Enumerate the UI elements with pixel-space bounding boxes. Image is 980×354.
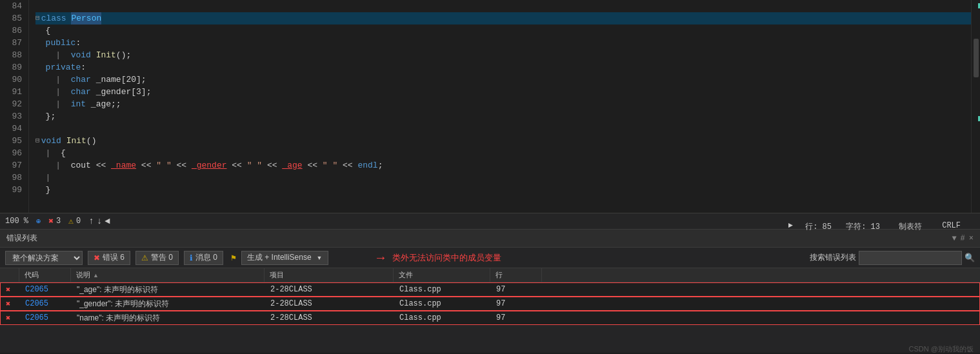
search-icon[interactable]: 🔍 xyxy=(965,253,975,263)
panel-header: 错误列表 ▼ # × xyxy=(0,230,980,248)
search-error-input[interactable] xyxy=(859,251,962,265)
editor-status-bar: 100 % ⊕ ✖ 3 ⚠ 0 ↑ ↓ ◄ ► 行: 85 字符: 13 制表符… xyxy=(0,213,980,229)
code-line-98: | xyxy=(35,172,971,184)
code-editor: 84 85 86 87 88 89 90 91 92 93 94 95 96 9… xyxy=(0,0,980,213)
row2-line: 97 xyxy=(491,297,543,310)
code-line-99: } xyxy=(35,184,971,196)
line-col-info: 行: 85 xyxy=(805,221,832,232)
build-dropdown-arrow: ▼ xyxy=(317,255,323,261)
col-header-file[interactable]: 文件 xyxy=(394,268,490,282)
error-list-panel: 错误列表 ▼ # × 整个解决方案 ✖ 错误 6 ⚠ 警告 0 ℹ 消息 0 xyxy=(0,229,980,353)
error-rows: ✖ C2065 "_age": 未声明的标识符 2-28CLASS Class.… xyxy=(0,282,980,325)
error-filter-icon: ✖ xyxy=(94,253,100,262)
nav-left-arrow[interactable]: ◄ xyxy=(105,216,110,226)
col-header-desc[interactable]: 说明 ▲ xyxy=(71,268,265,282)
col-header-line[interactable]: 行 xyxy=(490,268,542,282)
scope-dropdown[interactable]: 整个解决方案 xyxy=(5,251,83,265)
row2-desc: "_gender": 未声明的标识符 xyxy=(72,297,265,310)
warning-count: ⚠ 0 xyxy=(68,216,81,226)
annotation-note: → 类外无法访问类中的成员变量 xyxy=(374,250,501,265)
code-line-94 xyxy=(35,123,971,135)
code-content[interactable]: ⊟class Person { public: | void Init(); p… xyxy=(29,0,971,213)
panel-title: 错误列表 xyxy=(6,233,37,244)
error-icon-row1: ✖ xyxy=(6,285,10,295)
tab-info: 制表符 xyxy=(899,221,922,232)
panel-pin-btn[interactable]: ▼ xyxy=(952,234,956,243)
eol-info: CRLF xyxy=(942,221,961,230)
row1-line: 97 xyxy=(491,283,543,296)
code-line-90: | char _name[20]; xyxy=(35,74,971,86)
code-line-87: public: xyxy=(35,37,971,49)
row3-project: 2-28CLASS xyxy=(265,311,394,324)
row1-desc: "_age": 未声明的标识符 xyxy=(72,283,265,296)
build-dropdown[interactable]: 生成 + IntelliSense ▼ xyxy=(241,251,328,265)
col-header-project[interactable]: 项目 xyxy=(265,268,394,282)
error-filter-btn[interactable]: ✖ 错误 6 xyxy=(88,251,130,265)
row1-file: Class.cpp xyxy=(394,283,491,296)
error-icon: ✖ xyxy=(48,216,54,226)
nav-icon: ⊕ xyxy=(36,217,41,226)
annotation-text: 类外无法访问类中的成员变量 xyxy=(392,252,501,264)
code-line-92: | int _age;; xyxy=(35,98,971,110)
code-line-91: | char _gender[3]; xyxy=(35,86,971,98)
line-numbers: 84 85 86 87 88 89 90 91 92 93 94 95 96 9… xyxy=(0,0,29,213)
sort-arrow-desc: ▲ xyxy=(93,272,99,279)
row1-icon: ✖ xyxy=(1,283,20,296)
table-row[interactable]: ✖ C2065 "name": 未声明的标识符 2-28CLASS Class.… xyxy=(0,311,980,325)
app-container: 84 85 86 87 88 89 90 91 92 93 94 95 96 9… xyxy=(0,0,980,353)
zoom-level: 100 % xyxy=(5,217,28,226)
scrollbar-thumb[interactable] xyxy=(974,39,979,77)
annotation-arrow: → xyxy=(374,250,387,265)
zoom-status: 100 % xyxy=(5,217,28,226)
info-filter-label: 消息 0 xyxy=(195,252,217,263)
navigation-icon: ⊕ xyxy=(36,217,41,226)
warning-filter-label: 警告 0 xyxy=(151,252,173,263)
editor-scrollbar[interactable] xyxy=(971,0,980,213)
row3-file: Class.cpp xyxy=(394,311,491,324)
table-header: 代码 说明 ▲ 项目 文件 行 xyxy=(0,268,980,282)
error-table: 代码 说明 ▲ 项目 文件 行 xyxy=(0,268,980,353)
error-filter-label: 错误 6 xyxy=(103,252,125,263)
code-line-97: | cout << _name << " " << _gender << " "… xyxy=(35,159,971,172)
panel-close-btn[interactable]: × xyxy=(969,234,974,243)
right-arrow-nav[interactable]: ► xyxy=(788,221,793,230)
code-line-84 xyxy=(35,0,971,12)
row1-code: C2065 xyxy=(20,283,72,296)
info-filter-icon: ℹ xyxy=(190,253,193,262)
row2-project: 2-28CLASS xyxy=(265,297,394,310)
col-header-blank xyxy=(0,268,19,282)
watermark: CSDN @别动我的饭 xyxy=(909,344,974,354)
col-header-code[interactable]: 代码 xyxy=(19,268,71,282)
warning-filter-btn[interactable]: ⚠ 警告 0 xyxy=(135,251,179,265)
warning-filter-icon: ⚠ xyxy=(141,253,148,262)
code-line-85: ⊟class Person xyxy=(35,12,971,25)
error-icon-row3: ✖ xyxy=(6,313,10,323)
table-row[interactable]: ✖ C2065 "_age": 未声明的标识符 2-28CLASS Class.… xyxy=(0,282,980,297)
search-label: 搜索错误列表 xyxy=(810,252,856,263)
error-number: 3 xyxy=(56,217,61,226)
smart-filter-icon: ⚑ xyxy=(231,253,236,263)
warning-number: 0 xyxy=(76,217,81,226)
row3-desc: "name": 未声明的标识符 xyxy=(72,311,265,324)
info-filter-btn[interactable]: ℹ 消息 0 xyxy=(184,251,223,265)
code-line-96: | { xyxy=(35,147,971,159)
row2-icon: ✖ xyxy=(1,297,20,310)
panel-toolbar: 整个解决方案 ✖ 错误 6 ⚠ 警告 0 ℹ 消息 0 ⚑ 生成 + Intel… xyxy=(0,248,980,268)
row3-code: C2065 xyxy=(20,311,72,324)
build-label: 生成 + IntelliSense xyxy=(247,252,312,263)
code-line-95: ⊟void Init() xyxy=(35,135,971,147)
code-line-93: }; xyxy=(35,110,971,123)
nav-up-arrow[interactable]: ↑ xyxy=(88,216,94,226)
code-line-86: { xyxy=(35,25,971,37)
code-line-89: private: xyxy=(35,61,971,74)
nav-down-arrow[interactable]: ↓ xyxy=(97,216,102,226)
panel-hash-btn[interactable]: # xyxy=(961,234,965,243)
code-line-88: | void Init(); xyxy=(35,49,971,61)
row2-file: Class.cpp xyxy=(394,297,491,310)
row3-line: 97 xyxy=(491,311,543,324)
error-count: ✖ 3 xyxy=(48,216,61,226)
char-info: 字符: 13 xyxy=(846,221,880,232)
table-row[interactable]: ✖ C2065 "_gender": 未声明的标识符 2-28CLASS Cla… xyxy=(0,297,980,311)
row1-project: 2-28CLASS xyxy=(265,283,394,296)
row3-icon: ✖ xyxy=(1,311,20,324)
